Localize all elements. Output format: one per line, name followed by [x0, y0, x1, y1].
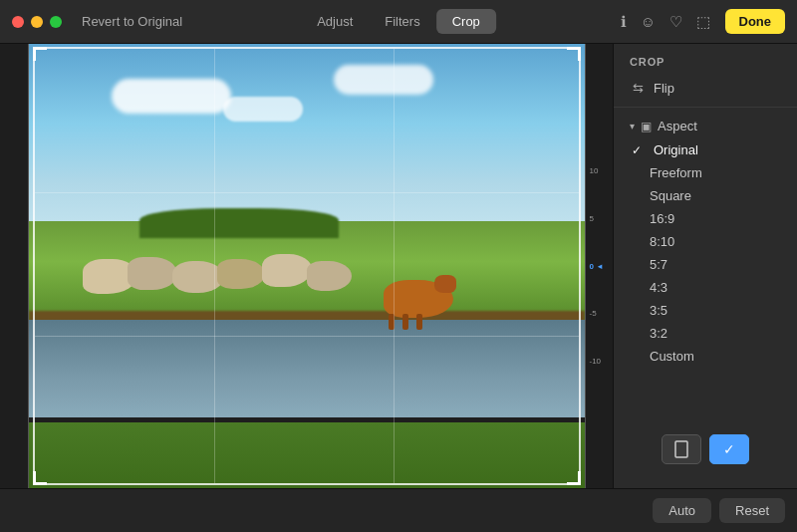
traffic-lights: [12, 16, 62, 28]
portrait-icon: [674, 440, 688, 458]
aspect-header[interactable]: ▾ ▣ Aspect: [622, 114, 789, 138]
aspect-option-5-7[interactable]: 5:7: [622, 253, 789, 276]
cow-leg-1: [389, 314, 395, 330]
panel-divider-1: [614, 107, 797, 108]
tab-adjust[interactable]: Adjust: [301, 9, 369, 34]
ruler-mark-10: 10: [590, 166, 599, 175]
aspect-option-original[interactable]: ✓ Original: [622, 138, 789, 161]
solo-cow-legs: [389, 314, 422, 330]
cow-6: [307, 261, 352, 291]
reset-button[interactable]: Reset: [719, 498, 785, 523]
flip-icon: ⇆: [630, 81, 646, 96]
aspect-16-9-label: 16:9: [650, 211, 674, 226]
ruler-mark-5: 5: [590, 214, 594, 223]
confirm-button[interactable]: ✓: [709, 434, 749, 464]
cloud-2: [223, 97, 303, 122]
trees: [139, 208, 339, 238]
water: [29, 320, 585, 418]
aspect-3-2-label: 3:2: [650, 326, 667, 341]
flip-section: ⇆ Flip: [614, 76, 797, 101]
ruler-mark-neg5: -5: [590, 309, 597, 318]
aspect-chevron: ▾: [630, 121, 635, 132]
cow-leg-3: [416, 314, 422, 330]
main-content: 10 5 0◂ -5 -10 CROP ⇆ Flip ▾ ▣ Aspect: [0, 44, 797, 488]
aspect-3-5-label: 3:5: [650, 303, 667, 318]
ruler-mark-neg10: -10: [590, 357, 602, 366]
cow-2: [128, 257, 177, 290]
toolbar-icons: ℹ ☺ ♡ ⬚ ✦: [621, 13, 737, 31]
panel-bottom: ✓: [614, 422, 797, 488]
aspect-label: Aspect: [658, 119, 697, 133]
bottom-bar: Auto Reset: [0, 488, 797, 532]
aspect-freeform-label: Freeform: [650, 165, 702, 180]
bottom-grass: [29, 422, 585, 488]
svg-rect-0: [675, 441, 687, 457]
right-panel: CROP ⇆ Flip ▾ ▣ Aspect ✓ Original Freefo…: [613, 44, 797, 488]
checkmark-original: ✓: [632, 143, 642, 157]
maximize-button[interactable]: [50, 16, 62, 28]
panel-header: CROP: [614, 44, 797, 76]
solo-cow-head: [434, 275, 456, 293]
rotation-ruler[interactable]: 10 5 0◂ -5 -10: [590, 166, 614, 366]
cow-4: [217, 259, 265, 289]
aspect-square-label: Square: [650, 188, 691, 203]
aspect-option-square[interactable]: Square: [622, 184, 789, 207]
auto-button[interactable]: Auto: [653, 498, 711, 523]
orientation-controls: ✓: [626, 434, 785, 464]
ruler-mark-0: 0◂: [590, 262, 602, 271]
flip-item[interactable]: ⇆ Flip: [622, 76, 789, 101]
flip-label: Flip: [654, 81, 674, 96]
photo-container: 10 5 0◂ -5 -10: [28, 44, 586, 488]
cloud-3: [334, 65, 433, 95]
aspect-8-10-label: 8:10: [650, 234, 674, 249]
aspect-section: ▾ ▣ Aspect ✓ Original Freeform Square 16…: [614, 114, 797, 368]
face-icon[interactable]: ☺: [641, 13, 656, 30]
aspect-original-label: Original: [654, 142, 698, 157]
aspect-icon: ▣: [641, 120, 652, 133]
cattle-group: [73, 239, 372, 319]
cow-5: [262, 254, 312, 287]
confirm-icon: ✓: [723, 441, 735, 457]
aspect-5-7-label: 5:7: [650, 257, 667, 272]
tab-group: Adjust Filters Crop: [301, 9, 496, 34]
tab-crop[interactable]: Crop: [436, 9, 496, 34]
aspect-option-3-5[interactable]: 3:5: [622, 299, 789, 322]
aspect-option-freeform[interactable]: Freeform: [622, 161, 789, 184]
aspect-option-custom[interactable]: Custom: [622, 345, 789, 368]
done-button[interactable]: Done: [725, 9, 786, 34]
solo-cow: [379, 275, 458, 330]
portrait-button[interactable]: [662, 434, 701, 464]
aspect-option-16-9[interactable]: 16:9: [622, 207, 789, 230]
revert-button[interactable]: Revert to Original: [82, 14, 182, 29]
crop-icon[interactable]: ⬚: [696, 13, 710, 31]
aspect-option-4-3[interactable]: 4:3: [622, 276, 789, 299]
photo-background: [28, 44, 586, 488]
titlebar: Revert to Original Adjust Filters Crop ℹ…: [0, 0, 797, 44]
info-icon[interactable]: ℹ: [621, 13, 627, 31]
aspect-option-8-10[interactable]: 8:10: [622, 230, 789, 253]
minimize-button[interactable]: [31, 16, 43, 28]
aspect-custom-label: Custom: [650, 349, 694, 364]
close-button[interactable]: [12, 16, 24, 28]
aspect-4-3-label: 4:3: [650, 280, 667, 295]
cloud-1: [112, 79, 231, 114]
cow-leg-2: [402, 314, 408, 330]
heart-icon[interactable]: ♡: [669, 13, 682, 31]
aspect-option-3-2[interactable]: 3:2: [622, 322, 789, 345]
tab-filters[interactable]: Filters: [369, 9, 435, 34]
photo-area[interactable]: 10 5 0◂ -5 -10: [0, 44, 613, 488]
